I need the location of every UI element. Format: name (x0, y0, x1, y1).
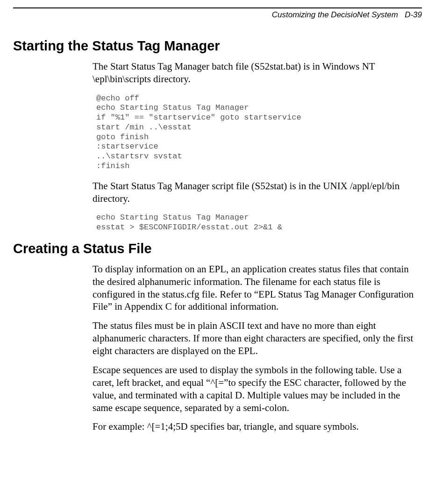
section-heading-starting: Starting the Status Tag Manager (13, 38, 422, 54)
section2-para1: To display information on an EPL, an app… (93, 263, 422, 313)
section2-body: To display information on an EPL, an app… (93, 263, 422, 433)
section2-para4: For example: ^[=1;4;5D specifies bar, tr… (93, 420, 422, 433)
section2-para2: The status files must be in plain ASCII … (93, 319, 422, 357)
page-header: Customizing the DecisioNet System D-39 (13, 7, 422, 20)
running-title: Customizing the DecisioNet System (272, 10, 398, 19)
section2-para3: Escape sequences are used to display the… (93, 364, 422, 414)
section1-body: The Start Status Tag Manager batch file … (93, 60, 422, 233)
header-text: Customizing the DecisioNet System D-39 (13, 8, 422, 20)
section-heading-creating: Creating a Status File (13, 241, 422, 256)
section1-code1: @echo off echo Starting Status Tag Manag… (96, 94, 422, 171)
page: Customizing the DecisioNet System D-39 S… (0, 0, 435, 433)
section1-code2: echo Starting Status Tag Manager esstat … (96, 213, 422, 232)
section1-para1: The Start Status Tag Manager batch file … (93, 60, 422, 85)
section1-para2: The Start Status Tag Manager script file… (93, 180, 422, 205)
page-number: D-39 (405, 10, 422, 19)
